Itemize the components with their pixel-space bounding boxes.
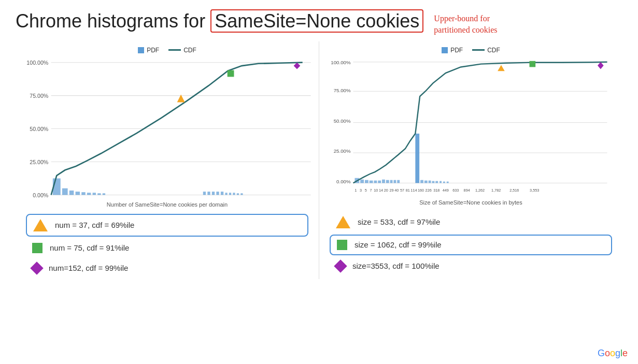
svg-text:100.00%: 100.00% — [331, 59, 351, 65]
svg-rect-27 — [237, 193, 239, 195]
svg-text:3: 3 — [360, 188, 362, 193]
title-highlight: SameSite=None cookies — [210, 9, 423, 33]
right-chart-area: 100.00% 75.00% 50.00% 25.00% 0.00% — [324, 57, 617, 198]
svg-text:10: 10 — [374, 188, 378, 193]
svg-marker-31 — [294, 62, 301, 69]
svg-rect-15 — [87, 193, 91, 195]
svg-rect-47 — [378, 180, 381, 183]
svg-text:894: 894 — [464, 188, 470, 193]
right-info-text-1: size = 1062, cdf = 99%ile — [355, 240, 442, 249]
right-info-section: size = 533, cdf = 97%ile size = 1062, cd… — [324, 212, 617, 275]
svg-text:449: 449 — [443, 188, 449, 193]
svg-rect-26 — [233, 193, 235, 195]
left-legend-cdf: CDF — [168, 47, 196, 54]
svg-text:633: 633 — [452, 188, 459, 193]
left-chart-label: Number of SameSite=None cookies per doma… — [21, 201, 314, 208]
annotation-line2: partitioned cookies — [434, 25, 497, 34]
right-info-item-0: size = 533, cdf = 97%ile — [330, 212, 612, 232]
right-info-text-0: size = 533, cdf = 97%ile — [358, 217, 440, 226]
title-area: Chrome histograms for SameSite=None cook… — [16, 10, 622, 36]
charts-row: PDF CDF 100.00% 75.00% 50.00% 25.00% 0.0… — [16, 41, 622, 279]
left-chart-container: PDF CDF 100.00% 75.00% 50.00% 25.00% 0.0… — [16, 41, 319, 279]
svg-rect-55 — [424, 180, 428, 183]
svg-rect-57 — [432, 181, 434, 183]
svg-rect-53 — [415, 134, 419, 183]
svg-text:0.00%: 0.00% — [336, 178, 351, 184]
svg-text:226: 226 — [426, 188, 432, 193]
left-pdf-label: PDF — [147, 47, 159, 54]
svg-rect-13 — [76, 192, 80, 195]
svg-rect-61 — [447, 181, 449, 183]
left-info-text-2: num=152, cdf = 99%ile — [49, 264, 128, 272]
svg-rect-44 — [365, 180, 368, 183]
left-cdf-label: CDF — [183, 47, 196, 54]
svg-text:29: 29 — [390, 188, 394, 193]
right-info-text-2: size=3553, cdf = 100%ile — [352, 261, 439, 270]
right-chart-label: Size of SameSite=None cookies in bytes — [324, 199, 617, 206]
square-icon-1 — [32, 243, 42, 253]
right-pdf-label: PDF — [450, 47, 463, 54]
svg-text:1: 1 — [355, 188, 357, 193]
svg-rect-11 — [62, 188, 68, 195]
svg-text:160: 160 — [418, 188, 424, 193]
svg-text:25.00%: 25.00% — [30, 159, 49, 165]
left-chart-area: 100.00% 75.00% 50.00% 25.00% 0.00% — [21, 57, 314, 200]
annotation-line1: Upper-bound for — [434, 14, 490, 23]
title-prefix: Chrome histograms for — [16, 10, 210, 32]
left-info-text-1: num = 75, cdf = 91%ile — [50, 243, 129, 252]
svg-rect-17 — [97, 193, 101, 195]
svg-rect-16 — [93, 193, 96, 195]
left-info-text-0: num = 37, cdf = 69%ile — [55, 221, 134, 229]
svg-rect-52 — [397, 180, 400, 183]
right-info-item-1: size = 1062, cdf = 99%ile — [330, 235, 612, 255]
triangle-icon-0 — [33, 219, 48, 231]
left-chart-svg: 100.00% 75.00% 50.00% 25.00% 0.00% — [21, 57, 314, 200]
svg-text:14: 14 — [379, 188, 383, 193]
svg-rect-56 — [429, 180, 431, 183]
main-title: Chrome histograms for SameSite=None cook… — [16, 10, 423, 32]
svg-rect-25 — [229, 193, 231, 195]
right-cdf-label: CDF — [487, 47, 500, 54]
svg-rect-43 — [360, 179, 364, 183]
svg-rect-22 — [216, 192, 219, 195]
svg-rect-23 — [221, 192, 223, 195]
left-info-section: num = 37, cdf = 69%ile num = 75, cdf = 9… — [21, 214, 314, 277]
svg-rect-54 — [420, 180, 423, 183]
left-legend: PDF CDF — [21, 47, 314, 54]
right-chart-svg: 100.00% 75.00% 50.00% 25.00% 0.00% — [324, 57, 617, 198]
left-info-item-1: num = 75, cdf = 91%ile — [26, 239, 308, 257]
right-chart-container: PDF CDF 100.00% 75.00% 50.00% 25.00% 0.0… — [319, 41, 622, 279]
svg-rect-18 — [103, 193, 105, 195]
svg-text:25.00%: 25.00% — [334, 148, 351, 154]
right-diamond-icon-2 — [334, 259, 347, 272]
svg-text:40: 40 — [394, 188, 399, 193]
cdf-line-icon — [168, 49, 181, 51]
svg-text:75.00%: 75.00% — [334, 88, 351, 93]
svg-text:100.00%: 100.00% — [26, 60, 49, 66]
left-legend-pdf: PDF — [138, 47, 159, 54]
svg-text:1,782: 1,782 — [491, 188, 501, 193]
svg-marker-64 — [598, 62, 604, 69]
svg-text:81: 81 — [406, 188, 410, 193]
svg-rect-63 — [529, 61, 535, 67]
svg-rect-21 — [212, 192, 215, 195]
svg-rect-20 — [207, 192, 210, 195]
right-cdf-line-icon — [472, 49, 485, 51]
right-legend: PDF CDF — [324, 47, 617, 54]
svg-text:20: 20 — [384, 188, 388, 193]
svg-rect-48 — [382, 179, 385, 183]
svg-rect-49 — [386, 180, 389, 183]
right-legend-pdf: PDF — [442, 47, 463, 54]
svg-text:50.00%: 50.00% — [30, 126, 49, 132]
right-pdf-icon — [442, 47, 448, 53]
svg-text:5: 5 — [365, 188, 367, 193]
svg-text:50.00%: 50.00% — [334, 118, 351, 123]
svg-text:75.00%: 75.00% — [30, 93, 49, 99]
svg-text:3,553: 3,553 — [530, 188, 539, 193]
svg-marker-62 — [498, 65, 505, 71]
svg-rect-45 — [370, 180, 373, 183]
right-info-item-2: size=3553, cdf = 100%ile — [330, 257, 612, 275]
svg-text:1,262: 1,262 — [475, 188, 485, 193]
svg-rect-58 — [435, 181, 438, 183]
svg-rect-51 — [393, 180, 396, 183]
